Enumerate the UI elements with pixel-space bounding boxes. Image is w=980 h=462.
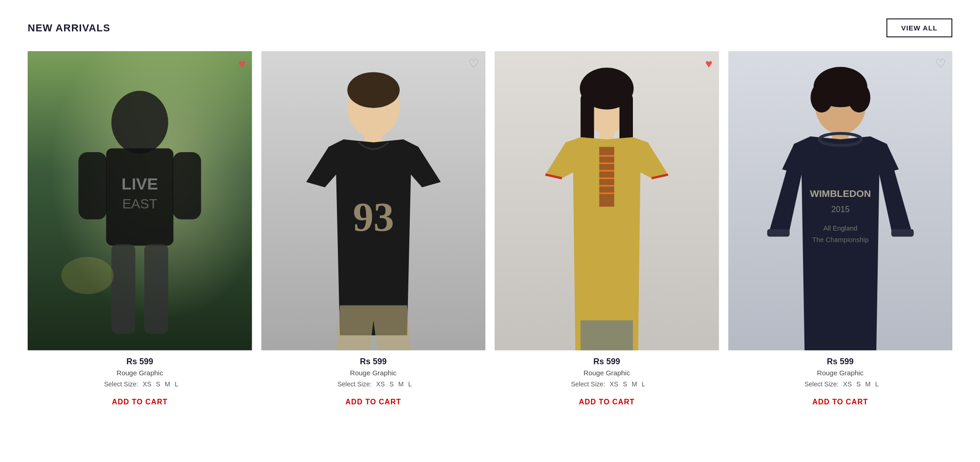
add-to-cart-button-1[interactable]: ADD TO CART (31, 394, 248, 410)
svg-rect-6 (78, 152, 107, 219)
size-option-l[interactable]: L (175, 380, 178, 388)
svg-text:All England: All England (823, 225, 857, 232)
svg-text:WIMBLEDON: WIMBLEDON (810, 188, 871, 199)
wishlist-button-4[interactable]: ♡ (935, 58, 946, 70)
section-title: NEW ARRIVALS (28, 22, 110, 34)
size-selector-3: Select Size: XS S M L (498, 380, 715, 388)
size-option-m[interactable]: M (632, 380, 637, 388)
svg-rect-43 (767, 229, 790, 237)
svg-point-35 (810, 83, 833, 113)
size-option-m[interactable]: M (165, 380, 170, 388)
svg-point-10 (61, 257, 114, 294)
svg-text:2015: 2015 (831, 205, 850, 214)
size-selector-2: Select Size: XS S M L (265, 380, 482, 388)
product-card-3: ♥ Rs 599 Rouge Graphic Select Size: XS S… (495, 51, 719, 410)
product-price-4: Rs 599 (732, 357, 949, 367)
section-header: NEW ARRIVALS VIEW ALL (28, 18, 952, 37)
product-info-3: Rs 599 Rouge Graphic Select Size: XS S M… (495, 350, 719, 410)
product-name-4: Rouge Graphic (732, 369, 949, 377)
new-arrivals-section: NEW ARRIVALS VIEW ALL (28, 18, 952, 410)
size-selector-1: Select Size: XS S M L (31, 380, 248, 388)
add-to-cart-button-3[interactable]: ADD TO CART (498, 394, 715, 410)
svg-point-13 (347, 72, 400, 108)
view-all-button[interactable]: VIEW ALL (886, 18, 952, 37)
product-image-1: LIVE EAST ♥ (28, 51, 252, 350)
add-to-cart-button-2[interactable]: ADD TO CART (265, 394, 482, 410)
product-image-4: WIMBLEDON 2015 All England The Champions… (728, 51, 953, 350)
size-option-xs[interactable]: XS (610, 380, 619, 388)
size-label: Select Size: (804, 380, 838, 388)
product-name-1: Rouge Graphic (31, 369, 248, 377)
product-price-2: Rs 599 (265, 357, 482, 367)
product-name-2: Rouge Graphic (265, 369, 482, 377)
size-option-m[interactable]: M (398, 380, 404, 388)
svg-rect-8 (112, 244, 136, 334)
svg-point-36 (848, 83, 870, 113)
svg-text:The Championship: The Championship (812, 236, 868, 243)
product-card-4: WIMBLEDON 2015 All England The Champions… (728, 51, 953, 410)
svg-rect-9 (144, 244, 168, 334)
product-image-2: 93 ♡ (261, 51, 486, 350)
size-option-xs[interactable]: XS (843, 380, 852, 388)
product-info-4: Rs 599 Rouge Graphic Select Size: XS S M… (728, 350, 953, 410)
wishlist-button-1[interactable]: ♥ (238, 58, 245, 70)
size-option-s[interactable]: S (856, 380, 861, 388)
size-label: Select Size: (104, 380, 138, 388)
svg-rect-44 (891, 229, 914, 237)
svg-text:EAST: EAST (122, 196, 157, 211)
size-option-s[interactable]: S (156, 380, 160, 388)
product-price-3: Rs 599 (498, 357, 715, 367)
product-info-1: Rs 599 Rouge Graphic Select Size: XS S M… (28, 350, 252, 410)
products-grid: LIVE EAST ♥ Rs 599 Rouge Graphic Select … (28, 51, 952, 410)
size-option-xs[interactable]: XS (143, 380, 152, 388)
product-image-3: ♥ (495, 51, 719, 350)
size-option-m[interactable]: M (865, 380, 871, 388)
svg-rect-31 (580, 320, 633, 350)
add-to-cart-button-4[interactable]: ADD TO CART (732, 394, 949, 410)
product-price-1: Rs 599 (31, 357, 248, 367)
svg-point-2 (112, 91, 168, 154)
svg-text:LIVE: LIVE (122, 175, 158, 193)
size-label: Select Size: (337, 380, 372, 388)
svg-text:93: 93 (353, 194, 394, 239)
wishlist-button-2[interactable]: ♡ (468, 58, 479, 70)
size-option-l[interactable]: L (642, 380, 645, 388)
size-option-l[interactable]: L (408, 380, 412, 388)
product-name-3: Rouge Graphic (498, 369, 715, 377)
product-info-2: Rs 599 Rouge Graphic Select Size: XS S M… (261, 350, 486, 410)
wishlist-button-3[interactable]: ♥ (705, 58, 712, 70)
size-option-s[interactable]: S (390, 380, 394, 388)
size-option-xs[interactable]: XS (376, 380, 385, 388)
size-option-l[interactable]: L (875, 380, 879, 388)
size-label: Select Size: (571, 380, 605, 388)
size-option-s[interactable]: S (623, 380, 627, 388)
product-card-1: LIVE EAST ♥ Rs 599 Rouge Graphic Select … (28, 51, 252, 410)
product-card-2: 93 ♡ Rs 599 Rouge Graphic Select Size: X… (261, 51, 486, 410)
size-selector-4: Select Size: XS S M L (732, 380, 949, 388)
svg-rect-7 (173, 152, 201, 219)
